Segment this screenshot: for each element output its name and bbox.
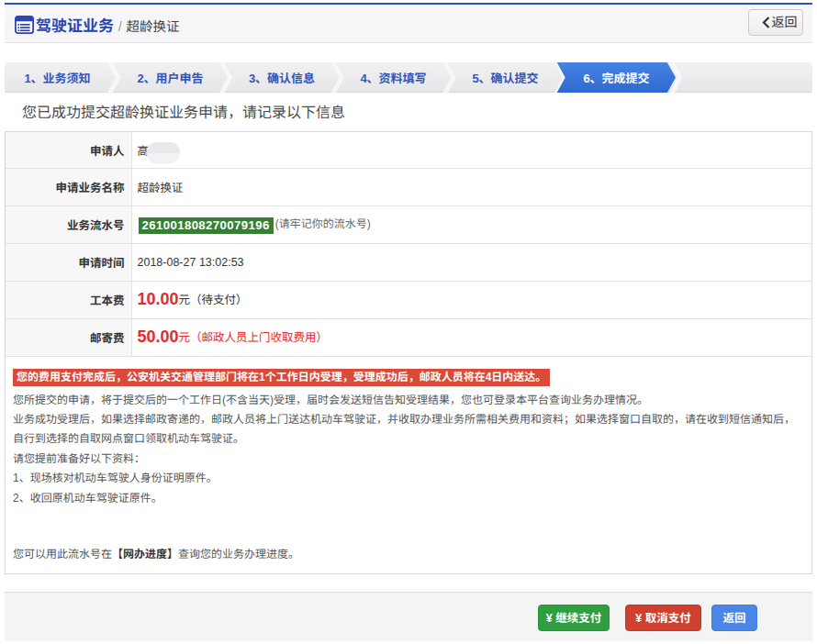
svg-text:3、确认信息: 3、确认信息 — [249, 72, 315, 85]
svg-text:4、资料填写: 4、资料填写 — [360, 72, 426, 85]
svg-text:1、业务须知: 1、业务须知 — [24, 72, 90, 85]
svg-text:2、用户申告: 2、用户申告 — [137, 72, 203, 85]
svg-text:6、完成提交: 6、完成提交 — [583, 72, 649, 85]
svg-text:5、确认提交: 5、确认提交 — [472, 72, 538, 85]
